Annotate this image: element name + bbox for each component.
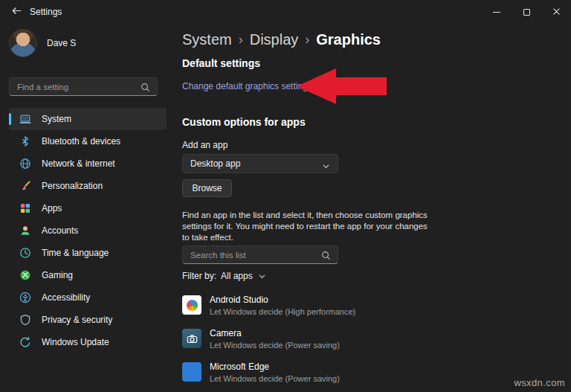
app-name: Camera	[210, 328, 340, 338]
sidebar-item-bluetooth-devices[interactable]: Bluetooth & devices	[9, 130, 167, 152]
breadcrumb-chevron-icon: ›	[305, 32, 309, 48]
chevron-down-icon	[258, 272, 266, 280]
search-icon	[141, 82, 150, 91]
chevron-down-icon	[322, 160, 330, 168]
sidebar-item-accessibility[interactable]: Accessibility	[9, 286, 167, 309]
apps-grid-icon	[19, 202, 31, 214]
app-list-search	[182, 245, 338, 264]
clock-icon	[19, 247, 31, 259]
sidebar-item-label: Privacy & security	[42, 315, 112, 325]
custom-options-heading: Custom options for apps	[182, 116, 306, 128]
app-type-dropdown[interactable]: Desktop app	[182, 154, 338, 173]
sidebar-item-label: Time & language	[42, 248, 109, 258]
sidebar-item-label: Network & internet	[42, 158, 115, 169]
change-default-graphics-link[interactable]: Change default graphics settings	[182, 81, 312, 91]
close-button[interactable]	[541, 0, 571, 24]
app-name: Microsoft Edge	[210, 362, 340, 372]
sidebar-item-label: Personalization	[42, 181, 103, 191]
minimize-icon	[493, 12, 500, 13]
settings-search	[9, 77, 158, 96]
sidebar-item-privacy-security[interactable]: Privacy & security	[9, 309, 167, 331]
android-studio-icon	[182, 295, 201, 315]
bluetooth-icon	[19, 135, 31, 147]
update-arrows-icon	[19, 336, 31, 348]
breadcrumb-system[interactable]: System	[182, 31, 232, 48]
custom-options-description: Find an app in the list and select it, t…	[182, 210, 430, 243]
shield-icon	[19, 314, 31, 326]
sidebar-item-label: Gaming	[42, 270, 73, 280]
sidebar-item-label: Windows Update	[42, 337, 109, 347]
app-type-dropdown-value: Desktop app	[190, 158, 240, 169]
back-button[interactable]	[6, 3, 27, 21]
paintbrush-icon	[19, 180, 31, 192]
app-status: Let Windows decide (High performance)	[210, 307, 355, 316]
settings-search-input[interactable]	[10, 83, 141, 91]
sidebar-item-windows-update[interactable]: Windows Update	[9, 331, 167, 353]
sidebar-nav: System Bluetooth & devices Network & int…	[9, 108, 167, 353]
sidebar-item-label: Bluetooth & devices	[42, 136, 120, 147]
app-row-microsoft-edge[interactable]: Microsoft Edge Let Windows decide (Power…	[182, 362, 355, 382]
window-controls	[482, 0, 571, 24]
filter-row: Filter by: All apps	[182, 271, 266, 281]
camera-icon	[182, 329, 201, 348]
minimize-button[interactable]	[482, 0, 512, 24]
globe-icon	[19, 158, 31, 170]
breadcrumb-display[interactable]: Display	[250, 31, 299, 48]
breadcrumb-graphics: Graphics	[316, 31, 381, 48]
sidebar-item-system[interactable]: System	[9, 108, 167, 130]
back-arrow-icon	[11, 5, 22, 19]
window-title: Settings	[30, 7, 62, 17]
filter-by-label: Filter by:	[182, 271, 216, 281]
person-icon	[19, 225, 31, 237]
search-icon	[321, 250, 331, 260]
accessibility-icon	[19, 292, 31, 303]
sidebar-item-accounts[interactable]: Accounts	[9, 219, 167, 242]
browse-button-label: Browse	[192, 183, 222, 193]
maximize-button[interactable]	[512, 0, 541, 24]
avatar	[9, 29, 37, 57]
titlebar: Settings	[0, 0, 571, 24]
add-app-label: Add an app	[182, 140, 228, 150]
app-status: Let Windows decide (Power saving)	[210, 341, 340, 350]
breadcrumb-chevron-icon: ›	[239, 32, 243, 48]
sidebar-item-label: System	[42, 114, 71, 124]
app-list-search-input[interactable]	[183, 251, 321, 260]
sidebar-item-label: Apps	[42, 203, 62, 213]
sidebar-item-personalization[interactable]: Personalization	[9, 175, 167, 197]
app-status: Let Windows decide (Power saving)	[210, 374, 340, 383]
breadcrumb: System › Display › Graphics	[182, 31, 381, 48]
sidebar: Dave S System Bluetooth & devices Networ…	[0, 24, 175, 392]
system-icon	[19, 113, 31, 125]
maximize-icon	[523, 9, 530, 16]
app-row-android-studio[interactable]: Android Studio Let Windows decide (High …	[182, 295, 355, 315]
app-list: Android Studio Let Windows decide (High …	[182, 295, 355, 392]
app-name: Android Studio	[210, 295, 355, 305]
red-arrow-shape	[297, 68, 387, 104]
close-icon	[552, 5, 561, 19]
sidebar-item-network-internet[interactable]: Network & internet	[9, 152, 167, 175]
app-row-camera[interactable]: Camera Let Windows decide (Power saving)	[182, 328, 355, 349]
red-arrow-annotation	[295, 68, 388, 105]
user-profile[interactable]: Dave S	[9, 29, 76, 57]
default-settings-heading: Default settings	[182, 57, 260, 69]
sidebar-item-time-language[interactable]: Time & language	[9, 242, 167, 264]
watermark: wsxdn.com	[514, 377, 565, 388]
xbox-icon	[19, 269, 31, 281]
sidebar-item-label: Accessibility	[42, 292, 90, 303]
user-name: Dave S	[47, 38, 76, 48]
filter-dropdown[interactable]: All apps	[221, 271, 266, 281]
browse-button[interactable]: Browse	[182, 179, 232, 197]
edge-icon	[182, 362, 201, 382]
filter-dropdown-value: All apps	[221, 271, 253, 281]
sidebar-item-gaming[interactable]: Gaming	[9, 264, 167, 286]
sidebar-item-apps[interactable]: Apps	[9, 197, 167, 219]
sidebar-item-label: Accounts	[42, 225, 78, 236]
